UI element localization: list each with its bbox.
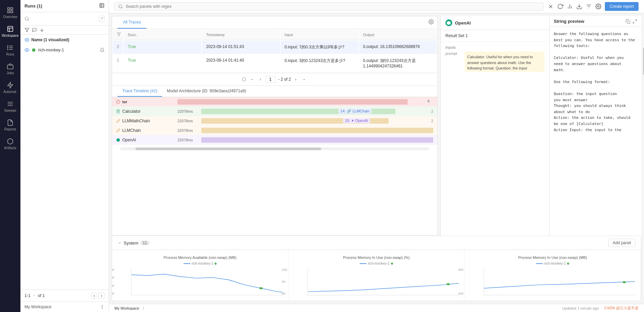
svg-point-22 xyxy=(102,305,102,306)
sidebar-label-runs: Runs xyxy=(6,52,14,56)
charts-row: Process Memory Available (non-swap) (MB)… xyxy=(112,250,641,301)
toolbar-actions: Create report xyxy=(548,2,639,11)
page-input[interactable] xyxy=(265,76,276,83)
first-page-nav[interactable]: ← xyxy=(249,76,256,82)
timeline-name-llmmathchain: LLMMathChain xyxy=(116,119,177,123)
footer-brand: CSDN @江小皮不皮 xyxy=(604,306,639,311)
chart3-title: Process Memory In Use (non-swap) (MB) xyxy=(470,255,635,260)
timeline-row-llmmathchain[interactable]: LLMMathChain 22078ms 15: ✦ OpenAI 2 xyxy=(112,116,437,126)
traces-tabs: All Traces xyxy=(112,16,437,29)
footer-workspace: My Workspace xyxy=(114,306,139,310)
footer-more-icon[interactable] xyxy=(141,306,145,310)
next-page-btn[interactable]: › xyxy=(98,293,105,299)
sidebar-item-reports[interactable]: Reports xyxy=(0,116,20,135)
timeline-name-openai: OpenAI xyxy=(116,138,177,142)
eye-icon xyxy=(25,37,29,42)
col-success: Succ. xyxy=(124,30,201,40)
close-icon[interactable] xyxy=(548,3,554,10)
svg-rect-13 xyxy=(100,3,104,7)
svg-marker-12 xyxy=(8,82,13,88)
panel-settings-icon[interactable] xyxy=(428,19,434,25)
download-icon[interactable] xyxy=(576,3,582,10)
svg-point-9 xyxy=(7,47,8,48)
refresh-icon[interactable] xyxy=(557,3,563,10)
copy-icon[interactable] xyxy=(626,19,630,24)
sidebar-item-sweeps[interactable]: Sweeps xyxy=(0,97,20,116)
panel-search-input[interactable] xyxy=(126,4,540,9)
add-panel-button[interactable]: Add panel xyxy=(608,239,635,247)
tor-label: tor xyxy=(122,100,127,104)
svg-rect-47 xyxy=(627,21,630,24)
sidebar-label-workspace: Workspace xyxy=(2,34,19,37)
create-report-button[interactable]: Create report xyxy=(605,2,639,11)
sidebar-item-runs[interactable]: Runs xyxy=(0,41,20,60)
collapse-icon[interactable] xyxy=(117,241,122,245)
sidebar-item-automations[interactable]: Automat. xyxy=(0,78,20,97)
svg-point-20 xyxy=(26,39,28,41)
chart2-legend: rich-monkey-1 xyxy=(294,262,459,265)
timeline-tabs: Trace Timeline (#2) Model Architecture (… xyxy=(112,86,437,97)
run-name: rich-monkey-1 xyxy=(38,48,97,52)
text-icon[interactable] xyxy=(32,28,37,32)
table-icon[interactable] xyxy=(99,3,105,8)
sort-icon[interactable] xyxy=(40,28,44,32)
svg-point-55 xyxy=(143,309,143,310)
svg-point-50 xyxy=(260,287,263,289)
runs-search-input[interactable] xyxy=(31,15,97,22)
prev-page-nav[interactable]: ‹ xyxy=(258,76,263,82)
svg-line-49 xyxy=(633,22,634,23)
chart2-svg xyxy=(308,268,459,295)
bell-icon[interactable] xyxy=(100,48,105,52)
system-title: System 11 xyxy=(117,240,150,246)
top-toolbar: Create report xyxy=(109,0,644,13)
chart3-area xyxy=(484,268,635,295)
settings-icon[interactable] xyxy=(595,3,601,10)
timeline-row-openai[interactable]: OpenAI 22078ms xyxy=(112,135,437,145)
calculator-icon xyxy=(116,109,120,113)
regex-toggle[interactable]: .* xyxy=(99,16,105,22)
table-row[interactable]: 1 True 2023-09-14 01:41:40 0.input: 3的0.… xyxy=(113,54,437,72)
tab-model-arch[interactable]: Model Architecture (ID: 909e3aea1f4971a9… xyxy=(162,86,251,97)
page-dropdown-icon[interactable] xyxy=(32,294,36,297)
svg-rect-3 xyxy=(11,11,13,13)
openai-icon xyxy=(116,138,120,142)
timeline-row-llmchain[interactable]: LLMChain 22078ms xyxy=(112,126,437,135)
next-page-nav[interactable]: › xyxy=(294,76,298,82)
llmmath-icon xyxy=(116,119,120,123)
tune-icon[interactable] xyxy=(586,3,592,10)
expand-icon[interactable] xyxy=(632,19,637,24)
calculator-count: 2 xyxy=(430,109,433,113)
more-options-icon[interactable] xyxy=(100,305,105,309)
table-row[interactable]: 2 True 2023-09-14 01:51:43 0.input: 7的0.… xyxy=(113,41,437,54)
chart2-legend-label: rich-monkey-1 xyxy=(368,262,389,265)
sidebar-item-jobs[interactable]: Jobs xyxy=(0,60,20,78)
openai-label: OpenAI xyxy=(122,138,136,142)
svg-marker-18 xyxy=(25,28,29,32)
svg-point-17 xyxy=(25,17,28,20)
chart-icon[interactable] xyxy=(567,3,573,10)
filter-col-icon[interactable] xyxy=(117,32,121,36)
sidebar-label-jobs: Jobs xyxy=(6,71,14,75)
run-eye-icon xyxy=(25,48,29,52)
row-num-2: 1 xyxy=(113,54,123,72)
prev-page-btn[interactable]: ‹ xyxy=(91,293,97,299)
timeline-content: tor 4 Calculator 22078ms xyxy=(112,97,437,235)
runs-title: Runs (1) xyxy=(25,3,42,9)
svg-point-52 xyxy=(623,281,626,283)
sidebar-item-artifacts[interactable]: Artifacts xyxy=(0,135,20,153)
last-page-nav[interactable]: → xyxy=(300,76,307,82)
sidebar-item-overview[interactable]: Overview xyxy=(0,3,20,22)
filter-icon[interactable] xyxy=(25,28,29,32)
main-content: Create report All Traces xyxy=(109,0,644,312)
timeline-scrollbar[interactable] xyxy=(120,147,429,150)
timeline-row-calculator[interactable]: Calculator 22078ms 14: 🔗 LLMChain 2 xyxy=(112,107,437,116)
footer-left: My Workspace xyxy=(114,306,145,310)
sidebar-item-workspace[interactable]: Workspace xyxy=(0,22,20,41)
tab-trace-timeline[interactable]: Trace Timeline (#2) xyxy=(117,86,162,97)
col-input: Input xyxy=(281,30,358,40)
tab-all-traces[interactable]: All Traces xyxy=(117,16,146,29)
run-item-rich-monkey[interactable]: rich-monkey-1 xyxy=(20,45,109,55)
table-icon-sm[interactable] xyxy=(242,77,246,81)
timeline-row-tor[interactable]: tor 4 xyxy=(112,97,437,107)
system-count: 11 xyxy=(140,240,149,245)
